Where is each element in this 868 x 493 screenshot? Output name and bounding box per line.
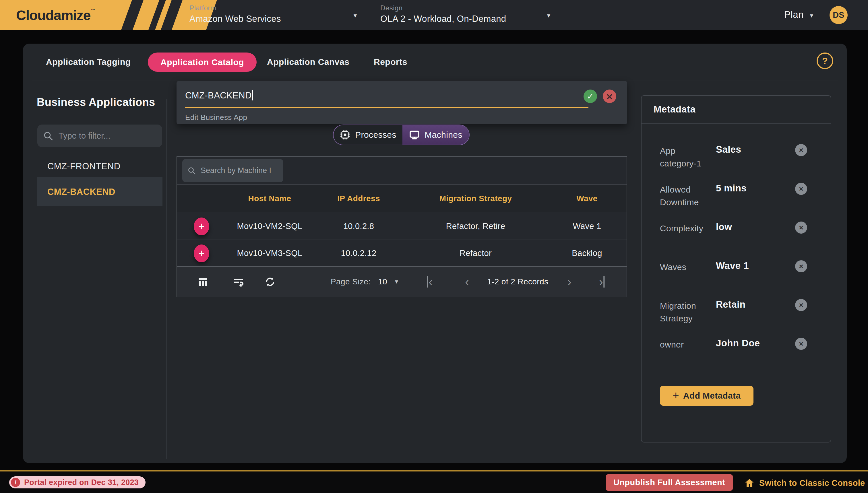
design-value: OLA 2 - Workload, On-Demand xyxy=(380,14,506,24)
metadata-value: Sales xyxy=(716,144,741,155)
remove-metadata-button[interactable]: × xyxy=(795,183,807,195)
filter-input[interactable] xyxy=(59,131,153,141)
tab-application-canvas[interactable]: Application Canvas xyxy=(267,57,349,67)
user-avatar[interactable]: DS xyxy=(829,6,848,24)
wrap-rows-icon[interactable] xyxy=(233,276,244,287)
plan-menu[interactable]: Plan xyxy=(784,9,804,20)
platform-dropdown-icon[interactable]: ▼ xyxy=(353,13,358,19)
machine-search-input[interactable] xyxy=(200,166,278,175)
host-name-cell: Mov10-VM2-SQL xyxy=(226,221,314,231)
tab-application-tagging[interactable]: Application Tagging xyxy=(46,57,131,67)
last-page-button[interactable]: › xyxy=(599,276,605,287)
metadata-value: John Doe xyxy=(716,338,760,349)
switch-to-classic-console-link[interactable]: Switch to Classic Console xyxy=(744,471,865,493)
ip-address-cell: 10.0.2.12 xyxy=(314,249,404,258)
sidebar-title: Business Applications xyxy=(37,96,155,108)
close-icon: × xyxy=(799,301,803,309)
expand-row-button[interactable]: + xyxy=(194,244,209,262)
cpu-chip-icon xyxy=(340,129,351,140)
metadata-panel: Metadata App category-1 Sales × Allowed … xyxy=(641,95,831,443)
tab-reports[interactable]: Reports xyxy=(374,57,407,67)
add-metadata-button[interactable]: + Add Metadata xyxy=(660,386,754,406)
column-host-name: Host Name xyxy=(226,194,314,203)
ip-address-cell: 10.0.2.8 xyxy=(314,221,404,231)
design-label: Design xyxy=(380,4,506,12)
design-dropdown-icon[interactable]: ▼ xyxy=(546,13,551,19)
close-icon: × xyxy=(799,185,803,193)
metadata-key: App category-1 xyxy=(660,145,715,170)
remove-metadata-button[interactable]: × xyxy=(795,260,807,272)
remove-metadata-button[interactable]: × xyxy=(795,221,807,234)
metadata-rows: App category-1 Sales × Allowed Downtime … xyxy=(641,142,831,374)
plus-icon: + xyxy=(198,248,204,259)
metadata-title: Metadata xyxy=(654,104,696,115)
header-divider xyxy=(370,5,370,26)
remove-metadata-button[interactable]: × xyxy=(795,144,807,156)
sidebar-item-cmz-frontend[interactable]: CMZ-FRONTEND xyxy=(37,155,163,178)
records-range-text: 1-2 of 2 Records xyxy=(487,277,548,286)
close-icon: × xyxy=(799,146,803,155)
home-icon xyxy=(744,478,755,488)
input-underline xyxy=(185,107,588,108)
portal-expired-text: Portal expired on Dec 31, 2023 xyxy=(24,478,139,487)
switch-label: Switch to Classic Console xyxy=(759,478,865,488)
column-migration-strategy: Migration Strategy xyxy=(404,194,547,203)
close-icon: × xyxy=(799,223,803,232)
business-app-name-input[interactable]: CMZ-BACKEND xyxy=(185,90,253,101)
table-row: + Mov10-VM3-SQL 10.0.2.12 Refactor Backl… xyxy=(177,240,627,266)
wave-cell: Wave 1 xyxy=(547,221,627,231)
wave-cell: Backlog xyxy=(547,249,627,258)
machines-table: Host Name IP Address Migration Strategy … xyxy=(176,156,627,297)
search-icon xyxy=(43,131,54,141)
cancel-button[interactable]: × xyxy=(603,89,616,103)
processes-label: Processes xyxy=(355,130,396,140)
machine-search-box[interactable] xyxy=(182,159,283,182)
column-wave: Wave xyxy=(547,194,627,203)
sidebar-item-cmz-backend[interactable]: CMZ-BACKEND xyxy=(37,177,163,206)
metadata-row: Migration Strategy Retain × xyxy=(641,297,831,336)
table-footer: Page Size: 10 ▼ ‹ ‹ 1-2 of 2 Records › › xyxy=(177,266,627,297)
close-icon: × xyxy=(799,340,803,348)
page-size-value[interactable]: 10 xyxy=(378,277,387,286)
check-icon: ✓ xyxy=(587,91,594,101)
platform-selector[interactable]: Platform Amazon Web Services xyxy=(189,4,281,24)
add-metadata-label: Add Metadata xyxy=(683,391,741,401)
close-icon: × xyxy=(799,262,803,271)
page-size-label: Page Size: xyxy=(331,277,371,286)
confirm-button[interactable]: ✓ xyxy=(584,89,597,103)
column-settings-icon[interactable] xyxy=(197,276,209,287)
unpublish-full-assessment-button[interactable]: Unpublish Full Assessment xyxy=(606,474,733,491)
first-page-button[interactable]: ‹ xyxy=(427,276,432,287)
page-size-dropdown-icon[interactable]: ▼ xyxy=(394,279,399,285)
sidebar-filter[interactable] xyxy=(37,125,162,147)
main-panel: Application Tagging Application Catalog … xyxy=(23,44,847,463)
expand-row-button[interactable]: + xyxy=(194,217,209,235)
edit-business-app-label: Edit Business App xyxy=(185,113,247,122)
help-button[interactable]: ? xyxy=(817,52,833,69)
table-row: + Mov10-VM2-SQL 10.0.2.8 Refactor, Retir… xyxy=(177,213,627,240)
tab-application-catalog[interactable]: Application Catalog xyxy=(148,52,257,72)
monitor-icon xyxy=(409,129,420,140)
logo-stripe xyxy=(133,0,159,30)
app-header: Cloudamize™ Platform Amazon Web Services… xyxy=(0,0,868,30)
remove-metadata-button[interactable]: × xyxy=(795,338,807,350)
metadata-value: Retain xyxy=(716,299,745,310)
text-cursor xyxy=(252,90,253,101)
question-icon: ? xyxy=(822,56,828,66)
toggle-processes[interactable]: Processes xyxy=(334,125,402,145)
view-toggle: Processes Machines xyxy=(333,125,470,145)
toggle-machines[interactable]: Machines xyxy=(402,125,469,145)
table-header-row: Host Name IP Address Migration Strategy … xyxy=(177,185,627,212)
migration-strategy-cell: Refactor xyxy=(404,249,547,258)
previous-page-button[interactable]: ‹ xyxy=(465,276,469,287)
next-page-button[interactable]: › xyxy=(568,276,571,287)
remove-metadata-button[interactable]: × xyxy=(795,299,807,311)
metadata-value: low xyxy=(716,221,732,232)
design-selector[interactable]: Design OLA 2 - Workload, On-Demand xyxy=(380,4,506,24)
plan-dropdown-icon[interactable]: ▼ xyxy=(809,13,814,19)
metadata-key: Complexity xyxy=(660,222,715,235)
refresh-icon[interactable] xyxy=(264,276,276,288)
metadata-key: owner xyxy=(660,338,715,351)
table-search-row xyxy=(177,157,627,185)
status-bar: i Portal expired on Dec 31, 2023 Unpubli… xyxy=(0,470,868,493)
